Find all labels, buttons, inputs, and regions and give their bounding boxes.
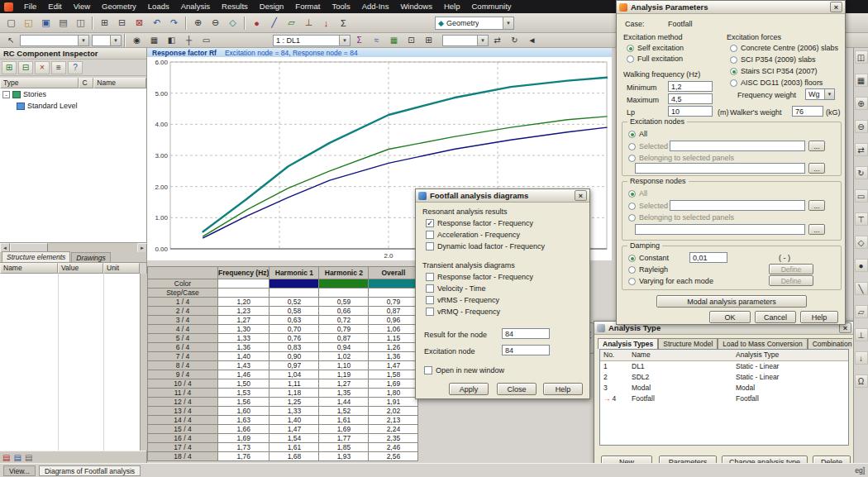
resonant-check-2[interactable]: Acceleration - Frequency xyxy=(426,231,520,239)
zoom-window-icon[interactable]: ⊡ xyxy=(403,34,420,46)
walker-weight-field[interactable]: 76 xyxy=(792,106,823,117)
load-case-combo[interactable]: 1 : DL1 ▼ xyxy=(273,35,351,46)
transient-check-2[interactable]: Velocity - Time xyxy=(426,284,486,293)
display-options-icon[interactable]: ▦ xyxy=(855,74,868,87)
result-node-field[interactable]: 84 xyxy=(502,328,550,339)
grid-icon[interactable]: ┼ xyxy=(180,34,198,46)
dropdown-arrow-icon[interactable]: ▼ xyxy=(339,36,350,45)
excitation-selected-browse-button[interactable]: ... xyxy=(808,141,825,151)
node-icon[interactable]: ● xyxy=(248,15,265,31)
rotate-view-icon[interactable]: ↻ xyxy=(506,34,523,46)
undo-icon[interactable]: ↶ xyxy=(148,15,165,31)
menu-item-tools[interactable]: Tools xyxy=(326,0,355,13)
tree-expand-icon[interactable]: - xyxy=(2,91,10,98)
radio-stairs-sci-p354[interactable]: Stairs SCI P354 (2007) xyxy=(730,67,818,75)
radio-response-selected[interactable]: Selected xyxy=(628,202,668,210)
front-view-icon[interactable]: ▭ xyxy=(855,189,868,203)
report-mini-icon[interactable]: ▤ xyxy=(25,453,32,462)
apply-button[interactable]: Apply xyxy=(449,383,489,395)
modal-analysis-parameters-button[interactable]: Modal analysis parameters xyxy=(656,295,807,308)
close-button[interactable]: Close xyxy=(497,383,537,395)
transient-check-4[interactable]: vRMQ - Frequency xyxy=(426,308,500,316)
analysis-cases-table[interactable]: No.NameAnalysis Type1DL1Static - Linear2… xyxy=(600,350,848,403)
load-icon[interactable]: ↓ xyxy=(317,15,335,31)
collapse-all-icon[interactable]: ⊟ xyxy=(18,61,33,74)
supports-icon[interactable]: ⊥ xyxy=(855,328,868,341)
radio-damping-varying[interactable]: Varying for each mode xyxy=(628,277,713,285)
excitation-node-field[interactable]: 84 xyxy=(502,345,550,355)
results-row[interactable]: 4 / 41,300,700,791,06 xyxy=(148,325,418,334)
radio-full-excitation[interactable]: Full excitation xyxy=(627,55,683,63)
rotate-3d-icon[interactable]: ↻ xyxy=(855,166,868,179)
results-row[interactable]: 1 / 41,200,520,590,79 xyxy=(148,298,418,307)
minimum-field[interactable]: 1,2 xyxy=(668,81,713,92)
radio-response-panels[interactable]: Belonging to selected panels xyxy=(628,213,734,222)
new-file-icon[interactable]: ▢ xyxy=(2,15,20,31)
menu-item-geometry[interactable]: Geometry xyxy=(96,0,142,13)
results-row[interactable]: 14 / 41,631,401,612,13 xyxy=(148,416,418,425)
case-row[interactable]: 1DL1Static - Linear xyxy=(600,360,848,371)
delete-icon[interactable]: × xyxy=(35,61,50,74)
panel-icon[interactable]: ▱ xyxy=(283,15,300,31)
results-row[interactable]: 8 / 41,430,971,101,47 xyxy=(148,361,418,370)
pan-icon[interactable]: ⇄ xyxy=(855,143,868,156)
view-3d-icon[interactable]: ◇ xyxy=(224,15,241,31)
attribute-selector-combo[interactable]: ▼ xyxy=(92,35,122,46)
case-row[interactable]: →4FootfallFootfall xyxy=(600,393,848,403)
inspector-property-grid[interactable] xyxy=(0,274,140,451)
tab-combination-sign[interactable]: Combination Sign xyxy=(808,338,852,349)
menu-item-community[interactable]: Community xyxy=(465,0,517,13)
response-panels-browse-button[interactable]: ... xyxy=(808,224,825,235)
screen-capture-icon[interactable]: ▭ xyxy=(198,34,215,46)
inspector-vertical-scrollbar[interactable] xyxy=(140,274,147,451)
zoom-out-icon[interactable]: ⊖ xyxy=(207,15,224,31)
results-row[interactable]: 17 / 41,731,611,852,46 xyxy=(148,443,418,452)
results-row[interactable]: 7 / 41,400,901,021,36 xyxy=(148,352,418,361)
loads-icon[interactable]: ↓ xyxy=(855,351,868,365)
tree-node-standard-level[interactable]: Standard Level xyxy=(0,100,146,112)
copy-icon[interactable]: ⊞ xyxy=(96,15,113,31)
frequency-weight-combo[interactable]: Wg ▼ xyxy=(805,88,835,100)
close-icon[interactable]: × xyxy=(830,2,842,12)
excitation-panels-field[interactable] xyxy=(635,163,805,174)
previous-view-icon[interactable]: ◄ xyxy=(523,34,541,46)
results-table[interactable]: Frequency (Hz)Harmonic 1Harmonic 2Overal… xyxy=(147,266,418,461)
radio-response-all[interactable]: All xyxy=(628,189,647,198)
menu-item-analysis[interactable]: Analysis xyxy=(175,0,216,13)
calculator-icon[interactable]: Σ xyxy=(335,15,352,31)
top-view-icon[interactable]: ⊤ xyxy=(855,212,868,226)
tables-icon[interactable]: ▦ xyxy=(385,34,403,46)
tab-analysis-types[interactable]: Analysis Types xyxy=(598,338,658,349)
selection-arrow-icon[interactable]: ↖ xyxy=(2,34,20,46)
paste-icon[interactable]: ⊟ xyxy=(113,15,131,31)
shading-icon[interactable]: ◧ xyxy=(163,34,180,46)
view-tab[interactable]: View... xyxy=(3,465,36,476)
tree-node-stories[interactable]: - Stories xyxy=(0,88,146,100)
results-row[interactable]: 5 / 41,330,760,871,15 xyxy=(148,334,418,343)
expand-all-icon[interactable]: ⊞ xyxy=(2,61,17,74)
menu-item-results[interactable]: Results xyxy=(216,0,254,13)
cut-icon[interactable]: ⊠ xyxy=(131,15,148,31)
nodes-icon[interactable]: ● xyxy=(855,259,868,272)
pan-icon[interactable]: ⇄ xyxy=(489,34,506,46)
menu-item-file[interactable]: File xyxy=(18,0,42,13)
results-diagram-icon[interactable]: ≈ xyxy=(368,34,385,46)
tab-load-to-mass-conversion[interactable]: Load to Mass Conversion xyxy=(718,338,807,349)
dropdown-arrow-icon[interactable]: ▼ xyxy=(477,36,488,45)
menu-item-view[interactable]: View xyxy=(68,0,96,13)
results-row[interactable]: 12 / 41,561,251,441,91 xyxy=(148,398,418,407)
results-row[interactable]: 10 / 41,501,111,271,69 xyxy=(148,379,418,389)
column-header-c[interactable]: C xyxy=(79,78,93,88)
zoom-all-icon[interactable]: ⊞ xyxy=(420,34,437,46)
bars-icon[interactable]: ╲ xyxy=(855,282,868,295)
display-mode-icon[interactable]: ▦ xyxy=(145,34,163,46)
radio-excitation-panels[interactable]: Belonging to selected panels xyxy=(628,154,734,162)
ok-button[interactable]: OK xyxy=(709,311,751,323)
case-row[interactable]: 3ModalModal xyxy=(600,382,848,393)
case-row[interactable]: 2SDL2Static - Linear xyxy=(600,371,848,382)
dropdown-arrow-icon[interactable]: ▼ xyxy=(503,17,513,29)
options-icon[interactable]: ≡ xyxy=(51,61,66,74)
excitation-panels-browse-button[interactable]: ... xyxy=(808,163,825,174)
object-selector-combo[interactable]: ▼ xyxy=(20,35,89,46)
menu-item-edit[interactable]: Edit xyxy=(42,0,67,13)
